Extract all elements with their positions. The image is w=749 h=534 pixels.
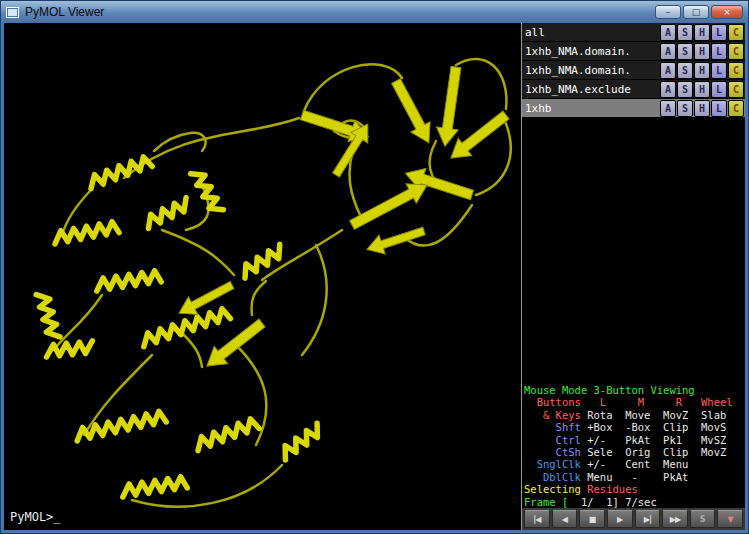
show-button[interactable]: S <box>677 62 693 79</box>
action-button[interactable]: A <box>660 24 676 41</box>
mouse-matrix-row: Shft +Box -Box Clip MovS <box>524 421 743 433</box>
mouse-line-seg: Buttons L M R Wheel <box>524 396 733 408</box>
step-forward-button[interactable]: ▶| <box>635 510 661 528</box>
minimize-button[interactable]: – <box>655 5 681 19</box>
mouse-line-seg: CtSh <box>524 446 581 458</box>
mouse-line-seg: +/- Cent Menu <box>581 458 688 470</box>
object-buttons: A S H L C <box>660 100 745 117</box>
mouse-matrix-row: SnglClk +/- Cent Menu <box>524 458 743 470</box>
mouse-matrix-row: & Keys Rota Move MovZ Slab <box>524 409 743 421</box>
protein-ribbon-svg <box>4 23 521 530</box>
object-name[interactable]: all <box>525 26 660 39</box>
label-button[interactable]: L <box>711 24 727 41</box>
mouse-matrix-header: Buttons L M R Wheel <box>524 396 743 408</box>
action-button[interactable]: A <box>660 43 676 60</box>
color-button[interactable]: C <box>728 43 744 60</box>
mouse-line-seg: Mouse Mode 3-Button Viewing <box>524 384 695 396</box>
playback-controls: |◀ ◀ ■ ▶ ▶| ▶▶ S ▼ <box>522 508 745 530</box>
maximize-button[interactable]: □ <box>683 5 709 19</box>
mouse-line-seg: & Keys <box>524 409 581 421</box>
color-button[interactable]: C <box>728 81 744 98</box>
action-button[interactable]: A <box>660 81 676 98</box>
mouse-matrix-row: CtSh Sele Orig Clip MovZ <box>524 446 743 458</box>
app-icon[interactable] <box>6 7 19 18</box>
label-button[interactable]: L <box>711 62 727 79</box>
object-row: 1xhb_NMA.domain. A S H L C <box>522 42 745 61</box>
mouse-line-seg: +/- PkAt Pk1 MvSZ <box>581 434 726 446</box>
titlebar[interactable]: PyMOL Viewer – □ × <box>1 1 748 23</box>
mouse-line-seg: Shft <box>524 421 581 433</box>
color-button[interactable]: C <box>728 62 744 79</box>
mouse-line-seg: Selecting <box>524 483 587 495</box>
mouse-line-seg: Menu - PkAt <box>581 471 688 483</box>
frame-status-line: Frame [ 1/ 1] 7/sec <box>524 496 743 508</box>
mouse-line-seg: +Box -Box Clip MovS <box>581 421 726 433</box>
label-button[interactable]: L <box>711 81 727 98</box>
object-row: 1xhb_NMA.domain. A S H L C <box>522 61 745 80</box>
color-button[interactable]: C <box>728 24 744 41</box>
pymol-window: PyMOL Viewer – □ × <box>0 0 749 534</box>
selecting-mode-line[interactable]: Selecting Residues <box>524 483 743 495</box>
mouse-line-seg: Rota Move MovZ Slab <box>581 409 726 421</box>
show-button[interactable]: S <box>677 43 693 60</box>
object-row-selected: 1xhb A S H L C <box>522 99 745 118</box>
rewind-to-start-button[interactable]: |◀ <box>524 510 550 528</box>
object-buttons: A S H L C <box>660 62 745 79</box>
object-row: 1xhb_NMA.exclude A S H L C <box>522 80 745 99</box>
object-buttons: A S H L C <box>660 81 745 98</box>
hide-button[interactable]: H <box>694 62 710 79</box>
mouse-line-seg: Ctrl <box>524 434 581 446</box>
show-button[interactable]: S <box>677 24 693 41</box>
hide-button[interactable]: H <box>694 43 710 60</box>
label-button[interactable]: L <box>711 100 727 117</box>
action-button[interactable]: A <box>660 100 676 117</box>
mouse-matrix-row: Ctrl +/- PkAt Pk1 MvSZ <box>524 434 743 446</box>
movie-menu-button[interactable]: ▼ <box>717 510 743 528</box>
show-button[interactable]: S <box>677 100 693 117</box>
scene-toggle-button[interactable]: S <box>690 510 716 528</box>
hide-button[interactable]: H <box>694 81 710 98</box>
mouse-line-seg: SnglClk <box>524 458 581 470</box>
mouse-line-seg: Sele Orig Clip MovZ <box>581 446 726 458</box>
mouse-line-seg: DblClk <box>524 471 581 483</box>
mouse-line-seg: Residues <box>587 483 638 495</box>
fast-forward-to-end-button[interactable]: ▶▶ <box>662 510 688 528</box>
step-back-button[interactable]: ◀ <box>552 510 578 528</box>
mouse-line-seg: Frame [ <box>524 496 568 508</box>
object-buttons: A S H L C <box>660 24 745 41</box>
mouse-matrix-row: DblClk Menu - PkAt <box>524 471 743 483</box>
mouse-line-seg: 1/ 1] 7/sec <box>568 496 657 508</box>
panel-spacer <box>522 118 745 383</box>
object-name[interactable]: 1xhb_NMA.domain. <box>525 45 660 58</box>
object-name[interactable]: 1xhb_NMA.exclude <box>525 83 660 96</box>
color-button[interactable]: C <box>728 100 744 117</box>
object-buttons: A S H L C <box>660 43 745 60</box>
mouse-panel: Mouse Mode 3-Button Viewing Buttons L M … <box>522 383 745 508</box>
caption-buttons: – □ × <box>655 5 743 19</box>
object-name[interactable]: 1xhb_NMA.domain. <box>525 64 660 77</box>
object-row-all: all A S H L C <box>522 23 745 42</box>
stop-button[interactable]: ■ <box>579 510 605 528</box>
window-title: PyMOL Viewer <box>25 5 655 19</box>
object-name[interactable]: 1xhb <box>525 102 660 115</box>
control-panel: all A S H L C 1xhb_NMA.domain. A S H L C <box>521 23 745 530</box>
hide-button[interactable]: H <box>694 100 710 117</box>
action-button[interactable]: A <box>660 62 676 79</box>
mouse-mode-line[interactable]: Mouse Mode 3-Button Viewing <box>524 384 743 396</box>
close-button[interactable]: × <box>711 5 743 19</box>
viewport-3d[interactable]: PyMOL>_ <box>4 23 521 530</box>
command-prompt[interactable]: PyMOL>_ <box>10 510 61 524</box>
hide-button[interactable]: H <box>694 24 710 41</box>
window-content: PyMOL>_ all A S H L C 1xhb_NMA.domain. A… <box>4 23 745 530</box>
play-button[interactable]: ▶ <box>607 510 633 528</box>
label-button[interactable]: L <box>711 43 727 60</box>
show-button[interactable]: S <box>677 81 693 98</box>
